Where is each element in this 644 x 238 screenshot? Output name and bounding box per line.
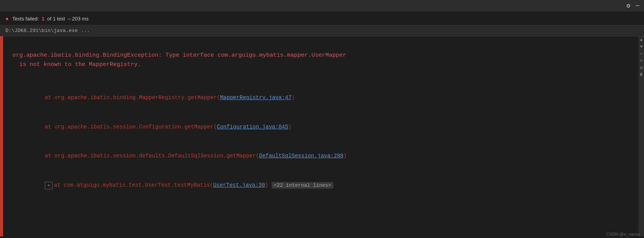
- stack-prefix-3: at org.apache.ibatis.session.defaults.De…: [45, 153, 259, 159]
- settings-icon[interactable]: ⚙: [627, 2, 630, 10]
- test-status-bar: ● Tests failed: 1 of 1 test – 203 ms: [0, 12, 644, 25]
- scroll-delete-btn[interactable]: 🗑: [639, 72, 644, 78]
- stack-suffix-2: ): [288, 124, 291, 130]
- stack-line-1: at org.apache.ibatis.binding.MapperRegis…: [12, 83, 631, 113]
- stack-suffix-1: ): [292, 95, 295, 101]
- fail-icon: ●: [5, 15, 8, 22]
- stack-link-4[interactable]: UserTest.java:30: [213, 182, 265, 188]
- stack-line-4: +at com.atguigu.mybatis.test.UserTest.te…: [12, 171, 631, 200]
- java-command: D:\JDK8.291\bin\java.exe ...: [5, 28, 90, 34]
- scroll-filter-btn[interactable]: ≡: [639, 58, 644, 64]
- stack-line-2: at org.apache.ibatis.session.Configurati…: [12, 113, 631, 142]
- expand-icon[interactable]: +: [45, 182, 53, 189]
- scroll-wrap-btn[interactable]: ↩: [639, 51, 644, 57]
- stack-line-3: at org.apache.ibatis.session.defaults.De…: [12, 142, 631, 171]
- scrollbar: ▲ ▼ ↩ ≡ 🖨 🗑: [639, 36, 644, 236]
- stack-suffix-3: ): [343, 153, 347, 159]
- main-area: org.apache.ibatis.binding.BindingExcepti…: [0, 36, 644, 236]
- stack-prefix-2: at org.apache.ibatis.session.Configurati…: [45, 124, 217, 130]
- scroll-up-btn[interactable]: ▲: [639, 37, 644, 43]
- stack-suffix-4: ): [265, 182, 272, 188]
- stack-link-1[interactable]: MapperRegistry.java:47: [220, 95, 292, 101]
- of-text: of 1 test: [47, 16, 65, 22]
- stack-prefix-1: at org.apache.ibatis.binding.MapperRegis…: [45, 95, 220, 101]
- internal-lines-badge[interactable]: <22 internal lines>: [272, 182, 333, 189]
- test-status-text: ● Tests failed: 1 of 1 test – 203 ms: [5, 15, 88, 22]
- console-header: D:\JDK8.291\bin\java.exe ...: [0, 25, 644, 36]
- footer-credit: CSDN @e_nanxu: [602, 230, 644, 238]
- credit-text: CSDN @e_nanxu: [606, 232, 640, 236]
- duration-text: – 203 ms: [68, 16, 88, 22]
- stack-prefix-4: at com.atguigu.mybatis.test.UserTest.tes…: [54, 182, 213, 188]
- error-line-1: org.apache.ibatis.binding.BindingExcepti…: [12, 51, 631, 60]
- stack-link-3[interactable]: DefaultSqlSession.java:288: [259, 153, 343, 159]
- fail-count: 1: [42, 16, 44, 22]
- error-indicator-bar: [0, 36, 3, 236]
- stack-link-2[interactable]: Configuration.java:845: [217, 124, 288, 130]
- top-bar: ⚙ —: [0, 0, 644, 12]
- scroll-print-btn[interactable]: 🖨: [639, 65, 644, 71]
- scroll-down-btn[interactable]: ▼: [639, 44, 644, 50]
- minimize-icon[interactable]: —: [636, 2, 639, 9]
- console-output: org.apache.ibatis.binding.BindingExcepti…: [3, 36, 639, 236]
- tests-failed-label: Tests failed:: [12, 16, 39, 22]
- error-line-2: is not known to the MapperRegistry.: [12, 60, 631, 69]
